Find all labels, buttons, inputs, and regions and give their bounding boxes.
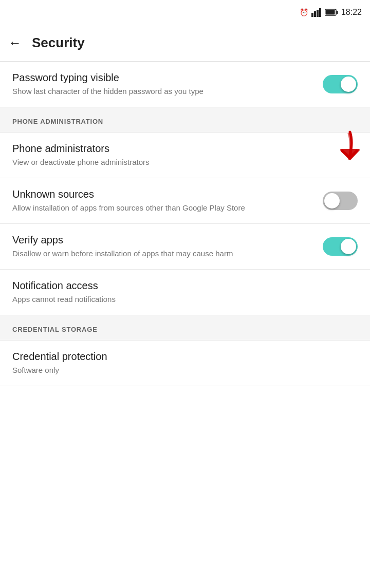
notification-access-subtitle: Apps cannot read notifications — [12, 294, 349, 305]
notification-access-title: Notification access — [12, 280, 349, 292]
svg-rect-3 — [319, 8, 321, 17]
phone-administrators-subtitle: View or deactivate phone administrators — [12, 157, 314, 167]
svg-rect-1 — [314, 11, 316, 17]
password-typing-title: Password typing visible — [12, 72, 314, 84]
phone-administrators-title: Phone administrators — [12, 143, 314, 155]
credential-protection-title: Credential protection — [12, 351, 349, 363]
svg-rect-2 — [317, 10, 319, 17]
verify-apps-title: Verify apps — [12, 234, 314, 246]
red-arrow-annotation — [322, 129, 363, 176]
unknown-sources-subtitle: Allow installation of apps from sources … — [12, 202, 314, 213]
credential-protection-text: Credential protection Software only — [12, 351, 358, 375]
battery-icon — [325, 8, 338, 16]
unknown-sources-text: Unknown sources Allow installation of ap… — [12, 188, 323, 213]
phone-administrators-item[interactable]: Phone administrators View or deactivate … — [0, 132, 370, 178]
phone-administrators-text: Phone administrators View or deactivate … — [12, 143, 323, 167]
verify-apps-toggle[interactable] — [323, 237, 358, 256]
alarm-icon: ⏰ — [300, 8, 308, 16]
status-time: 18:22 — [341, 8, 362, 17]
phone-admin-section-label: PHONE ADMINISTRATION — [12, 118, 103, 125]
svg-rect-0 — [311, 13, 313, 17]
password-typing-text: Password typing visible Show last charac… — [12, 72, 323, 97]
svg-rect-5 — [336, 11, 338, 14]
credential-protection-subtitle: Software only — [12, 365, 349, 375]
toggle-knob-verify — [341, 239, 356, 254]
password-typing-subtitle: Show last character of the hidden passwo… — [12, 86, 314, 97]
verify-apps-item[interactable]: Verify apps Disallow or warn before inst… — [0, 224, 370, 270]
unknown-sources-toggle[interactable] — [323, 192, 358, 210]
credential-storage-section-header: CREDENTIAL STORAGE — [0, 315, 370, 340]
unknown-sources-title: Unknown sources — [12, 188, 314, 200]
app-header: ← Security — [0, 25, 370, 62]
credential-protection-item[interactable]: Credential protection Software only — [0, 340, 370, 386]
svg-rect-6 — [325, 10, 335, 15]
svg-marker-7 — [341, 150, 359, 159]
notification-access-item[interactable]: Notification access Apps cannot read not… — [0, 270, 370, 315]
toggle-knob-unknown — [324, 193, 340, 208]
back-button[interactable]: ← — [8, 35, 22, 51]
password-typing-toggle[interactable] — [323, 75, 358, 93]
password-typing-item[interactable]: Password typing visible Show last charac… — [0, 62, 370, 107]
page-title: Security — [32, 35, 85, 51]
verify-apps-subtitle: Disallow or warn before installation of … — [12, 248, 314, 259]
unknown-sources-item[interactable]: Unknown sources Allow installation of ap… — [0, 178, 370, 224]
status-icons: ⏰ 18:22 — [300, 8, 362, 17]
toggle-knob — [341, 77, 356, 92]
status-bar: ⏰ 18:22 — [0, 0, 370, 25]
signal-icon — [311, 8, 322, 17]
notification-access-text: Notification access Apps cannot read not… — [12, 280, 358, 305]
verify-apps-text: Verify apps Disallow or warn before inst… — [12, 234, 323, 259]
phone-admin-section-header: PHONE ADMINISTRATION — [0, 107, 370, 132]
credential-storage-section-label: CREDENTIAL STORAGE — [12, 326, 98, 333]
